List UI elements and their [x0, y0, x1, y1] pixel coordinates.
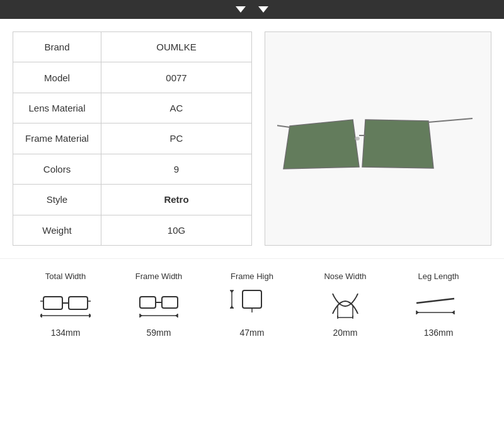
svg-marker-41 [452, 311, 454, 314]
svg-point-3 [355, 137, 360, 140]
svg-marker-22 [140, 314, 142, 318]
frame-width-icon [134, 287, 184, 321]
svg-marker-40 [416, 311, 419, 314]
svg-marker-0 [284, 120, 359, 169]
dimension-value: 136mm [424, 328, 454, 338]
page-header [0, 0, 504, 19]
svg-line-5 [428, 118, 472, 122]
table-cell-value: OUMLKE [101, 32, 252, 62]
table-cell-value: AC [101, 93, 252, 123]
table-cell-value: 0077 [101, 62, 252, 93]
table-cell-label: Style [13, 185, 101, 215]
main-content: BrandOUMLKEModel0077Lens MaterialACFrame… [0, 19, 504, 258]
table-row: Model0077 [13, 62, 252, 93]
dimension-frame-high: Frame High 47mm [227, 272, 277, 338]
table-row: BrandOUMLKE [13, 32, 252, 62]
dimension-label: Leg Length [418, 272, 459, 281]
svg-rect-6 [43, 297, 62, 309]
table-row: Lens MaterialAC [13, 93, 252, 123]
leg-length-icon [413, 287, 464, 321]
svg-rect-16 [140, 297, 156, 308]
dimension-frame-width: Frame Width 59mm [134, 272, 184, 338]
table-cell-label: Colors [13, 154, 101, 184]
dimension-value: 20mm [333, 328, 358, 338]
table-cell-label: Weight [13, 215, 101, 245]
table-cell-value: PC [101, 123, 252, 154]
table-cell-value: 9 [101, 154, 252, 184]
table-cell-value: Retro [101, 185, 252, 215]
header-triangle-left [236, 6, 246, 13]
table-cell-label: Frame Material [13, 123, 101, 154]
svg-rect-7 [69, 297, 88, 309]
svg-line-36 [416, 299, 454, 303]
dimension-label: Nose Width [324, 272, 366, 281]
dimension-nose-width: Nose Width 20mm [320, 272, 370, 338]
dimension-leg-length: Leg Length 136mm [413, 272, 464, 338]
svg-rect-17 [162, 297, 178, 308]
dimension-value: 134mm [51, 328, 81, 338]
dimension-value: 59mm [147, 328, 171, 338]
svg-rect-24 [243, 290, 261, 308]
svg-marker-29 [230, 290, 234, 293]
table-cell-label: Model [13, 62, 101, 93]
dimension-value: 47mm [240, 328, 265, 338]
table-cell-value: 10G [101, 215, 252, 245]
frame-high-icon [227, 287, 277, 321]
svg-marker-30 [230, 306, 234, 308]
product-info-table: BrandOUMLKEModel0077Lens MaterialACFrame… [13, 32, 252, 246]
dimensions-section: Total Width 134mmFrame Width [0, 258, 504, 350]
dimension-label: Frame High [231, 272, 273, 281]
table-cell-label: Brand [13, 32, 101, 62]
table-row: Colors9 [13, 154, 252, 184]
dimension-label: Frame Width [135, 272, 182, 281]
product-image-container [265, 32, 491, 246]
header-triangle-right [258, 6, 268, 13]
svg-line-4 [277, 125, 290, 127]
nose-width-icon [320, 287, 370, 321]
svg-marker-1 [362, 120, 433, 168]
table-row: Weight10G [13, 215, 252, 245]
table-cell-label: Lens Material [13, 93, 101, 123]
svg-marker-23 [175, 314, 178, 318]
dimension-label: Total Width [45, 272, 86, 281]
dimension-total-width: Total Width 134mm [40, 272, 91, 338]
table-row: StyleRetro [13, 185, 252, 215]
total-width-icon [40, 287, 91, 321]
table-row: Frame MaterialPC [13, 123, 252, 154]
product-image [277, 76, 479, 202]
